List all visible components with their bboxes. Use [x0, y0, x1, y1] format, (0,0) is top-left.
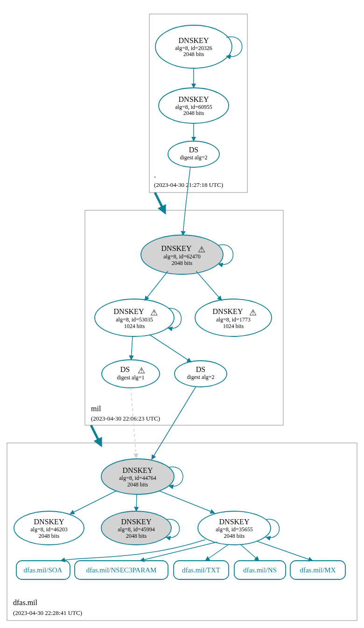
edge-ksk-k2	[136, 494, 137, 511]
edge-ds1-dfasksk-dashed	[131, 388, 136, 458]
svg-text:dfas.mil/TXT: dfas.mil/TXT	[182, 566, 220, 574]
svg-text:dfas.mil/NSEC3PARAM: dfas.mil/NSEC3PARAM	[86, 566, 157, 574]
node-root-ds: DS digest alg=2	[168, 141, 219, 167]
svg-text:dfas.mil/SOA: dfas.mil/SOA	[24, 566, 63, 574]
svg-text:dfas.mil/NS: dfas.mil/NS	[243, 566, 277, 574]
svg-text:2048 bits: 2048 bits	[39, 533, 60, 539]
warning-icon: ⚠	[138, 366, 145, 375]
svg-text:2048 bits: 2048 bits	[183, 110, 204, 116]
svg-text:alg=8, id=62470: alg=8, id=62470	[163, 253, 201, 260]
node-root-ksk: DNSKEY alg=8, id=20326 2048 bits	[155, 25, 232, 68]
svg-text:DNSKEY: DNSKEY	[213, 307, 243, 315]
node-mil-zsk1: DNSKEY ⚠ alg=8, id=53035 1024 bits	[95, 299, 174, 336]
svg-text:alg=8, id=46203: alg=8, id=46203	[30, 526, 68, 533]
svg-text:1024 bits: 1024 bits	[124, 323, 145, 329]
node-root-zsk: DNSKEY alg=8, id=60955 2048 bits	[159, 88, 229, 123]
svg-text:alg=8, id=45994: alg=8, id=45994	[118, 526, 155, 533]
warning-icon: ⚠	[198, 245, 205, 254]
node-dfas-k2: DNSKEY alg=8, id=45994 2048 bits	[101, 511, 171, 545]
svg-text:2048 bits: 2048 bits	[183, 51, 204, 57]
svg-point-24	[102, 360, 160, 388]
node-mil-zsk2: DNSKEY ⚠ alg=8, id=1773 1024 bits	[195, 299, 272, 336]
svg-text:DNSKEY: DNSKEY	[121, 518, 152, 526]
svg-text:DNSKEY: DNSKEY	[219, 518, 250, 526]
zone-root-name: .	[154, 171, 156, 179]
svg-text:alg=8, id=1773: alg=8, id=1773	[216, 316, 251, 323]
edge-zsk1-ds1	[131, 336, 133, 360]
svg-text:1024 bits: 1024 bits	[223, 323, 244, 329]
zone-mil-time: (2023-04-30 22:06:23 UTC)	[91, 415, 160, 422]
record-mx: dfas.mil/MX	[290, 561, 345, 579]
svg-text:alg=8, id=35655: alg=8, id=35655	[216, 526, 253, 533]
svg-text:alg=8, id=20326: alg=8, id=20326	[175, 45, 212, 51]
node-dfas-ksk: DNSKEY alg=8, id=44764 2048 bits	[101, 459, 174, 494]
svg-text:alg=8, id=60955: alg=8, id=60955	[175, 104, 212, 110]
svg-text:DNSKEY: DNSKEY	[123, 466, 153, 474]
svg-text:alg=8, id=53035: alg=8, id=53035	[116, 316, 153, 323]
edge-ksk-k1	[70, 491, 117, 514]
svg-text:digest alg=2: digest alg=2	[187, 374, 214, 380]
edge-k3-nsec3	[140, 542, 217, 561]
node-dfas-k1: DNSKEY alg=8, id=46203 2048 bits	[14, 511, 84, 545]
svg-text:DS: DS	[189, 146, 198, 154]
svg-text:alg=8, id=44764: alg=8, id=44764	[119, 475, 156, 481]
zone-dfas-name: dfas.mil	[13, 599, 38, 607]
svg-text:DNSKEY: DNSKEY	[179, 36, 209, 44]
edge-k3-mx	[257, 541, 313, 561]
edge-mil-to-dfas-thick	[91, 425, 100, 444]
node-mil-ds1: DS ⚠ digest alg=1	[102, 360, 160, 388]
svg-text:DS: DS	[196, 365, 205, 373]
record-nsec3param: dfas.mil/NSEC3PARAM	[75, 561, 168, 579]
svg-text:2048 bits: 2048 bits	[126, 533, 147, 539]
zone-mil-name: mil	[91, 405, 101, 413]
svg-text:2048 bits: 2048 bits	[172, 260, 193, 266]
svg-text:2048 bits: 2048 bits	[224, 533, 245, 539]
edge-k3-txt	[205, 544, 229, 561]
edge-rds-milksk	[183, 167, 190, 236]
svg-text:2048 bits: 2048 bits	[127, 481, 148, 488]
record-txt: dfas.mil/TXT	[174, 561, 229, 579]
edge-k3-ns	[240, 544, 259, 561]
svg-text:DS: DS	[120, 365, 130, 373]
warning-icon: ⚠	[249, 308, 257, 317]
svg-text:DNSKEY: DNSKEY	[34, 518, 64, 526]
svg-text:dfas.mil/MX: dfas.mil/MX	[300, 566, 336, 574]
node-mil-ksk: DNSKEY ⚠ alg=8, id=62470 2048 bits	[141, 235, 223, 274]
warning-icon: ⚠	[150, 308, 158, 317]
svg-text:digest alg=1: digest alg=1	[117, 374, 144, 381]
edge-milksk-zsk2	[196, 271, 222, 300]
edge-ksk-k3	[159, 491, 215, 513]
edge-ds2-dfasksk	[152, 386, 196, 459]
svg-text:digest alg=2: digest alg=2	[180, 154, 207, 161]
edge-zsk1-ds2	[149, 335, 191, 362]
svg-text:DNSKEY: DNSKEY	[114, 307, 144, 315]
node-mil-ds2: DS digest alg=2	[175, 361, 227, 387]
edge-root-to-mil-thick	[155, 193, 164, 211]
zone-dfas-time: (2023-04-30 22:28:41 UTC)	[13, 609, 82, 616]
edge-milksk-zsk1	[145, 271, 168, 300]
svg-text:DNSKEY: DNSKEY	[179, 95, 209, 103]
svg-text:DNSKEY: DNSKEY	[161, 244, 192, 252]
record-ns: dfas.mil/NS	[234, 561, 286, 579]
record-soa: dfas.mil/SOA	[16, 561, 70, 579]
node-dfas-k3: DNSKEY alg=8, id=35655 2048 bits	[198, 511, 271, 545]
